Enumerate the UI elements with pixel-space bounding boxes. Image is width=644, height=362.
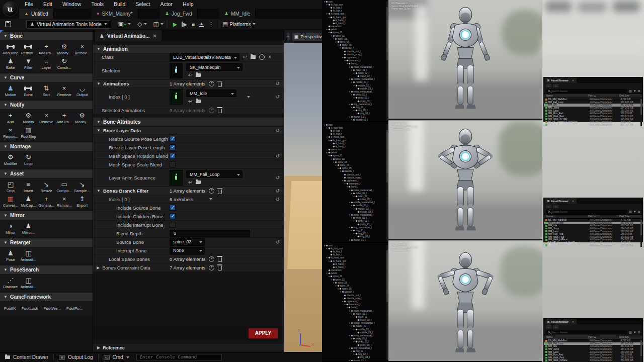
asset-row-mm_walk_fwd[interactable]: MM_Walk_Fwd/All/Game/Characters/373.812 … [544,115,642,118]
palette-section-mirror[interactable]: ▼Mirror [0,211,93,220]
menu-window[interactable]: Window [58,0,86,9]
console-command-input[interactable]: Enter Console Command [136,354,222,361]
add-element-icon[interactable] [209,256,214,262]
chevron-down-icon[interactable] [160,23,164,27]
back-button[interactable]: ← [546,325,551,329]
menu-actor[interactable]: Actor [155,0,177,9]
asset-browser-tab[interactable]: Asset Browser✕ [545,77,577,83]
back-button[interactable]: ← [546,205,551,208]
bone-node[interactable]: ▼thumb_02_l [322,241,388,243]
tool-mocap[interactable]: ♟MoCap... [20,195,38,208]
unreal-logo-icon[interactable]: u [3,2,18,17]
tab-untitled[interactable]: ▲Untitled [19,9,54,19]
menu-tools[interactable]: Tools [87,0,108,9]
delete-icon[interactable] [218,257,222,262]
tool-bake[interactable]: ♟Bake [2,57,20,70]
checkbox[interactable] [170,153,176,159]
apply-button[interactable]: APPLY [249,328,278,338]
scrollbar[interactable] [386,124,388,241]
tab-mm_idle[interactable]: ♟MM_Idle [219,9,256,19]
details-panel-tab[interactable]: ♟ Virtual Animatio... ✕ [95,30,162,41]
blueprints-button[interactable]: ◇ [137,21,142,28]
column-name[interactable]: Name [544,336,588,338]
filter-icon[interactable]: ▼ [633,331,636,334]
asset-row-mm_idle[interactable]: MM_Idle/All/Game/Characters/867.343 KiB [544,104,642,107]
asset-row-mm_walk_inplace[interactable]: MM_Walk_InPlace/All/Game/Characters/554.… [544,118,642,121]
use-selected-icon[interactable]: ↩ [188,99,192,104]
asset-row-bs_mm_walkrun[interactable]: BS_MM_WalkRun/All/Game/Characters/8.792 … [544,98,642,101]
source-bone-dropdown[interactable]: spine_03 [170,238,205,246]
tool-layer[interactable]: ≡Layer [37,57,55,70]
tool-mirror[interactable]: ◑Mirror [2,222,20,235]
asset-row-mm_idle[interactable]: MM_Idle/All/Game/Characters/867.343 KiB [544,345,642,348]
reset-to-default-icon[interactable]: ↺ [276,188,280,194]
step-button[interactable]: ▶ [182,22,187,27]
tool-sort[interactable]: ⇅Sort [37,84,55,97]
class-dropdown[interactable]: EUB_VirtualDetailsViewData [170,53,239,61]
bones-constraint-data-row[interactable]: ▶ Bones Constraint Data 7 Array elements [93,263,284,272]
browse-to-asset-icon[interactable] [196,180,201,184]
search-input[interactable]: Search Assets [546,210,627,214]
tool-compo[interactable]: ▭Compo... [55,180,73,193]
palette-section-curve[interactable]: ▼Curve [0,73,93,82]
back-button[interactable]: ← [546,84,551,87]
filter-icon[interactable]: ▼ [633,210,636,213]
reference-section[interactable]: ▶ Reference [93,344,284,351]
menu-build[interactable]: Build [109,0,130,9]
checkbox[interactable] [170,222,176,228]
editor-mode-dropdown[interactable]: ♟ Virtual Animation Tools Mode [26,20,111,29]
expand-chevron-icon[interactable] [209,198,212,202]
folder-filter-icon[interactable]: ▥ [629,330,632,334]
tool-remove[interactable]: ×Remove [37,112,55,124]
column-size[interactable]: Disk Size [619,336,639,338]
tool-addtra[interactable]: +AddTra... [55,112,73,124]
bone-layer-data-header[interactable]: ▼ Bone Layer Data ↺ [93,127,284,135]
settings-gear-icon[interactable]: ⚙ [638,330,640,334]
tool-animati[interactable]: ◫Animati... [20,249,38,262]
tool-filter[interactable]: ▼Filter [20,57,38,70]
palette-section-bone[interactable]: ▼Bone [0,32,93,40]
palette-section-retarget[interactable]: ▼Retarget [0,238,93,247]
tool-footwe[interactable]: FootWe... [43,306,61,311]
chevron-down-icon[interactable] [128,23,131,27]
reset-to-default-icon[interactable]: ↺ [276,175,280,180]
palette-section-posesearch[interactable]: ▼PoseSearch [0,265,93,274]
platforms-dropdown[interactable]: ▤ Platforms [222,21,256,28]
add-actor-button[interactable]: ▣+ [118,21,127,28]
tool-remov[interactable]: ×Remov... [55,195,73,208]
tool-addbone[interactable]: AddBone [2,43,20,55]
asset-row-mm_jump[interactable]: MM_Jump/All/Game/Characters/284.143 KiB [544,348,642,351]
column-size[interactable]: Disk Size [619,95,639,97]
checkbox[interactable] [170,136,176,142]
tool-bone[interactable]: Bone [20,84,38,97]
tool-pose[interactable]: ♟Pose [2,249,20,262]
tool-add[interactable]: +Add [2,112,20,124]
tool-footstep[interactable]: ▦FootStep [20,126,38,139]
asset-row-mm_fall_loop[interactable]: MM_Fall_Loop/All/Game/Characters/681.845… [544,342,642,345]
asset-row-mm_walk_inplace[interactable]: MM_Walk_InPlace/All/Game/Characters/554.… [544,238,642,241]
clear-icon[interactable]: × [268,54,271,60]
tool-conver[interactable]: ▥Conver... [2,195,20,208]
tool-genera[interactable]: +Genera... [37,195,55,208]
animation-category-header[interactable]: ▼ Animation [93,45,284,53]
tool-constr[interactable]: ↻Constr... [55,57,73,70]
reset-to-default-icon[interactable]: ↺ [276,239,280,245]
asset-row-bs_mf_unarmed_walkrun[interactable]: BS_MF_Unarmed_WalkRun/All/Game/Character… [544,241,642,244]
column-path[interactable]: Path ▲ [588,215,619,218]
perspective-button[interactable]: ▣ Perspective [292,33,322,41]
animation-dropdown[interactable]: MM_Idle [186,89,236,97]
reset-to-default-icon[interactable]: ↺ [276,81,280,86]
tool-animati[interactable]: ◫Animati... [20,277,38,289]
tool-modifier[interactable]: ⚙Modifier [2,153,20,166]
stop-button[interactable]: ■ [192,22,195,27]
asset-row-mm_run_fwd[interactable]: MM_Run_Fwd/All/Game/Characters/286.15 Ki… [544,353,642,356]
reset-to-default-icon[interactable]: ↺ [276,153,280,159]
palette-section-asset[interactable]: ▼Asset [0,169,93,178]
delete-icon[interactable] [218,109,222,113]
tool-footpo[interactable]: FootPo... [66,306,83,311]
tool-footik[interactable]: FootIK [4,306,16,311]
skeleton-dropdown[interactable]: SK_Mannequin [186,63,243,71]
tool-crop[interactable]: ◰Crop [2,180,20,193]
menu-edit[interactable]: Edit [39,0,57,9]
add-element-icon[interactable] [209,265,214,270]
